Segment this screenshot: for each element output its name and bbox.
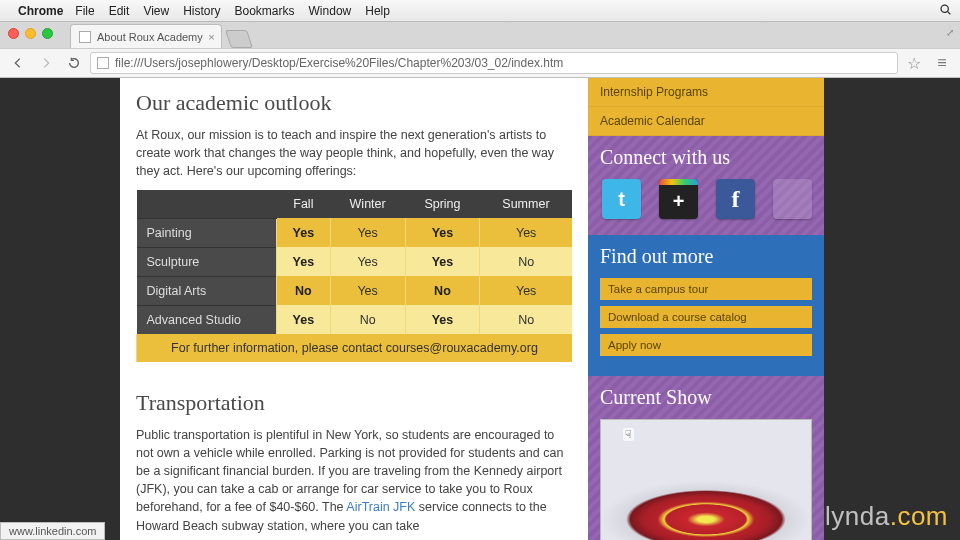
cell: Yes (277, 305, 331, 334)
cell: Yes (480, 218, 572, 247)
window-expand-icon[interactable]: ⤢ (946, 27, 954, 38)
find-title: Find out more (600, 245, 812, 268)
footer-email: courses@rouxacademy.org (386, 341, 538, 355)
th-fall: Fall (277, 190, 331, 218)
menu-history[interactable]: History (183, 4, 220, 18)
link-campus-tour[interactable]: Take a campus tour (600, 278, 812, 300)
heading-academic-outlook: Our academic outlook (136, 90, 572, 116)
row-label: Digital Arts (137, 276, 277, 305)
cell: Yes (330, 247, 405, 276)
sidebar-item-internship[interactable]: Internship Programs (588, 78, 824, 107)
cell: Yes (405, 218, 480, 247)
current-show-title: Current Show (600, 386, 812, 409)
th-blank (137, 190, 277, 218)
address-bar[interactable]: file:///Users/josephlowery/Desktop/Exerc… (90, 52, 898, 74)
current-show-image[interactable]: ☟ (600, 419, 812, 540)
th-winter: Winter (330, 190, 405, 218)
sidebar-nav: Internship Programs Academic Calendar (588, 78, 824, 136)
cell: Yes (480, 276, 572, 305)
table-row: Sculpture Yes Yes Yes No (137, 247, 573, 276)
sidebar: Internship Programs Academic Calendar Co… (588, 78, 824, 540)
favicon-icon (79, 31, 91, 43)
bookmark-star-icon[interactable]: ☆ (902, 52, 926, 74)
menu-window[interactable]: Window (309, 4, 352, 18)
cell: Yes (277, 247, 331, 276)
cell: No (480, 305, 572, 334)
cell: Yes (405, 247, 480, 276)
facebook-icon[interactable]: f (716, 179, 755, 219)
menu-edit[interactable]: Edit (109, 4, 130, 18)
cell: No (480, 247, 572, 276)
status-bar: www.linkedin.com (0, 522, 105, 540)
tab-close-icon[interactable]: × (208, 31, 214, 43)
hand-cursor-icon: ☟ (623, 428, 634, 441)
menu-bookmarks[interactable]: Bookmarks (235, 4, 295, 18)
browser-tab[interactable]: About Roux Academy × (70, 24, 222, 48)
airtrain-link[interactable]: AirTrain JFK (346, 500, 415, 514)
connect-title: Connect with us (600, 146, 812, 169)
th-summer: Summer (480, 190, 572, 218)
window-traffic-lights (8, 28, 53, 39)
cell: Yes (330, 218, 405, 247)
svg-line-1 (948, 11, 951, 14)
googleplus-icon[interactable]: + (659, 179, 698, 219)
active-app-name[interactable]: Chrome (18, 4, 63, 18)
row-label: Advanced Studio (137, 305, 277, 334)
page-viewport: Our academic outlook At Roux, our missio… (0, 78, 960, 540)
reload-button[interactable] (62, 52, 86, 74)
main-content: Our academic outlook At Roux, our missio… (120, 78, 588, 540)
cell: Yes (277, 218, 331, 247)
url-text: file:///Users/josephlowery/Desktop/Exerc… (115, 56, 563, 70)
back-button[interactable] (6, 52, 30, 74)
heading-transportation: Transportation (136, 390, 572, 416)
cell: No (330, 305, 405, 334)
chrome-menu-icon[interactable]: ≡ (930, 52, 954, 74)
page-icon (97, 57, 109, 69)
menu-file[interactable]: File (75, 4, 94, 18)
tab-bar: About Roux Academy × ⤢ (0, 22, 960, 48)
social-placeholder-icon (773, 179, 812, 219)
window-close-button[interactable] (8, 28, 19, 39)
row-label: Painting (137, 218, 277, 247)
cell: No (405, 276, 480, 305)
course-offerings-table: Fall Winter Spring Summer Painting Yes Y… (136, 190, 572, 362)
find-out-more-widget: Find out more Take a campus tour Downloa… (588, 235, 824, 376)
paragraph-transportation: Public transportation is plentiful in Ne… (136, 426, 572, 535)
cell: Yes (330, 276, 405, 305)
table-row: Painting Yes Yes Yes Yes (137, 218, 573, 247)
forward-button[interactable] (34, 52, 58, 74)
sidebar-item-calendar[interactable]: Academic Calendar (588, 107, 824, 136)
chrome-window: About Roux Academy × ⤢ file:///Users/jos… (0, 22, 960, 540)
browser-toolbar: file:///Users/josephlowery/Desktop/Exerc… (0, 48, 960, 78)
th-spring: Spring (405, 190, 480, 218)
cell: No (277, 276, 331, 305)
cell: Yes (405, 305, 480, 334)
table-footer: For further information, please contact … (137, 334, 573, 362)
window-minimize-button[interactable] (25, 28, 36, 39)
row-label: Sculpture (137, 247, 277, 276)
window-zoom-button[interactable] (42, 28, 53, 39)
table-row: Digital Arts No Yes No Yes (137, 276, 573, 305)
new-tab-button[interactable] (225, 30, 253, 48)
watermark: lynda.com (825, 501, 948, 532)
current-show-widget: Current Show ☟ (588, 376, 824, 540)
menu-help[interactable]: Help (365, 4, 390, 18)
link-apply-now[interactable]: Apply now (600, 334, 812, 356)
tab-title: About Roux Academy (97, 31, 203, 43)
svg-point-0 (941, 5, 948, 12)
mac-menubar: Chrome File Edit View History Bookmarks … (0, 0, 960, 22)
connect-widget: Connect with us t + f (588, 136, 824, 235)
twitter-icon[interactable]: t (602, 179, 641, 219)
link-course-catalog[interactable]: Download a course catalog (600, 306, 812, 328)
spotlight-icon[interactable] (939, 3, 952, 19)
table-row: Advanced Studio Yes No Yes No (137, 305, 573, 334)
paragraph-outlook: At Roux, our mission is to teach and ins… (136, 126, 572, 180)
menu-view[interactable]: View (143, 4, 169, 18)
